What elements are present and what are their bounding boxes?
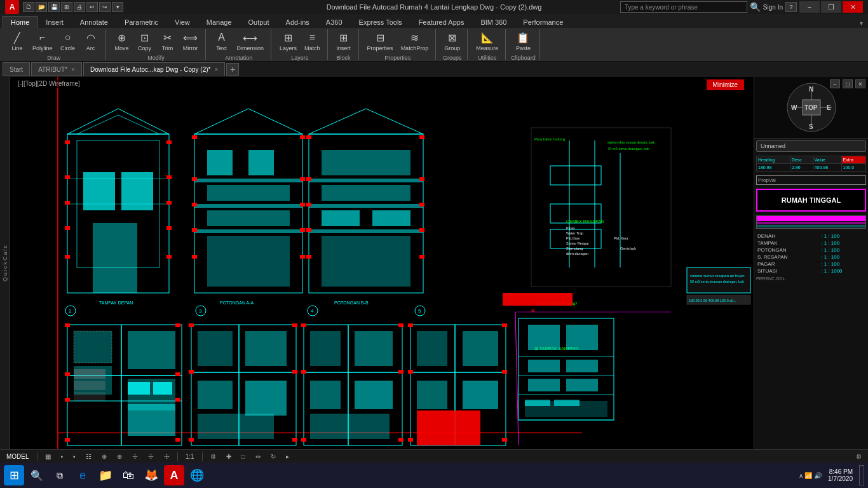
doc-tab-main[interactable]: Download File Autoc...kap Dwg - Copy (2)… xyxy=(83,62,225,76)
tab-featured-apps[interactable]: Featured Apps xyxy=(410,16,473,28)
status-workspace-icon[interactable]: ▸ xyxy=(283,453,292,460)
tab-main-close[interactable]: × xyxy=(214,66,218,73)
trim-btn[interactable]: ✂ Trim xyxy=(157,28,179,53)
tab-manage[interactable]: Manage xyxy=(198,16,240,28)
tab-add-ins[interactable]: Add-ins xyxy=(278,16,318,28)
status-model[interactable]: MODEL xyxy=(4,453,32,460)
arc-btn[interactable]: ◠ Arc xyxy=(80,28,102,53)
tab-insert[interactable]: Insert xyxy=(37,16,72,28)
more-btn[interactable]: ▾ xyxy=(112,2,123,12)
new-btn[interactable]: 🗋 xyxy=(23,2,34,12)
sys-tray-icons: ∧ 📶 🔊 xyxy=(799,472,822,479)
tab-output[interactable]: Output xyxy=(240,16,278,28)
scale-section: DENAH : 1 : 100 TAMPAK : 1 : 100 POTONGA… xyxy=(756,233,866,281)
document-tabs: Start ATRIBUT* × Download File Autoc...k… xyxy=(0,62,868,77)
close-window-btn[interactable]: ✕ xyxy=(843,1,863,13)
canvas-restore-btn[interactable]: − xyxy=(830,79,840,88)
match-props-btn[interactable]: ≋ MatchProp xyxy=(398,28,432,53)
help-icon[interactable]: ? xyxy=(785,2,797,12)
taskbar-autocad-btn[interactable]: A xyxy=(164,465,184,485)
tab-annotate[interactable]: Annotate xyxy=(72,16,116,28)
measure-btn[interactable]: 📐 Measure xyxy=(473,28,501,53)
search-box[interactable]: Type a keyword or phrase xyxy=(620,1,747,13)
status-ducs-icon[interactable]: ☩ xyxy=(130,453,140,460)
status-osnap-icon[interactable]: ⊕ xyxy=(99,453,109,460)
tab-view[interactable]: View xyxy=(166,16,198,28)
tab-performance[interactable]: Performance xyxy=(515,16,571,28)
svg-rect-144 xyxy=(301,438,306,442)
cad-canvas[interactable]: [-][Top][2D Wireframe] Minimize − □ × xyxy=(10,77,868,449)
quickcalc-panel[interactable]: QuickCalc xyxy=(0,77,10,449)
start-btn[interactable]: ⊞ xyxy=(4,465,24,485)
match-label: Match xyxy=(304,45,320,51)
taskbar-chrome-btn[interactable]: 🌐 xyxy=(187,465,207,485)
taskbar-firefox-btn[interactable]: 🦊 xyxy=(141,465,161,485)
restore-window-btn[interactable]: ❐ xyxy=(821,1,841,13)
sign-in-btn[interactable]: Sign In xyxy=(763,4,783,11)
status-ortho-icon[interactable]: ▪ xyxy=(71,453,78,460)
dimension-btn[interactable]: ⟷ Dimension xyxy=(234,28,268,53)
ribbon-more-btn[interactable]: ▾ xyxy=(855,18,868,28)
svg-rect-101 xyxy=(74,381,105,390)
text-label: Text xyxy=(216,45,227,51)
minimize-btn[interactable]: Minimize xyxy=(707,79,744,90)
doc-tab-atribut[interactable]: ATRIBUT* × xyxy=(31,62,82,76)
text-btn[interactable]: A Text xyxy=(211,28,233,53)
status-tp-icon[interactable]: ☩ xyxy=(161,453,172,460)
taskbar-clock[interactable]: 8:46 PM 1/7/2020 xyxy=(828,468,853,482)
dim-label: Dimension xyxy=(237,45,264,51)
canvas-window-controls: − □ × xyxy=(830,79,865,88)
status-otrack-icon[interactable]: ⊕ xyxy=(114,453,125,460)
save-btn[interactable]: 💾 xyxy=(48,2,60,12)
status-settings-icon[interactable]: ⚙ xyxy=(208,453,219,460)
tab-parametric[interactable]: Parametric xyxy=(116,16,166,28)
taskbar-edge-btn[interactable]: e xyxy=(72,465,93,485)
group-btn[interactable]: ⊠ Group xyxy=(441,28,463,53)
status-snap-icon[interactable]: ▪ xyxy=(58,453,66,460)
status-zoom-extents-icon[interactable]: ⇔ xyxy=(253,453,263,460)
doc-tab-start[interactable]: Start xyxy=(3,62,30,76)
taskbar-taskview-btn[interactable]: ⧉ xyxy=(50,465,70,485)
line-btn[interactable]: ╱ Line xyxy=(6,28,28,53)
canvas-close-btn[interactable]: × xyxy=(855,79,865,88)
tab-home[interactable]: Home xyxy=(3,16,37,28)
status-gear-icon[interactable]: ⚙ xyxy=(853,453,864,460)
status-add-icon[interactable]: ✚ xyxy=(224,453,234,460)
undo-btn[interactable]: ↩ xyxy=(86,2,98,12)
circle-btn[interactable]: ○ Circle xyxy=(57,28,79,53)
new-tab-btn[interactable]: + xyxy=(226,63,239,76)
status-polar-icon[interactable]: ☷ xyxy=(83,453,94,460)
taskbar-store-btn[interactable]: 🛍 xyxy=(118,465,139,485)
status-scale[interactable]: 1:1 xyxy=(183,453,197,460)
match-btn[interactable]: ≡ Match xyxy=(301,28,323,53)
move-btn[interactable]: ⊕ Move xyxy=(111,28,133,53)
svg-text:3: 3 xyxy=(199,308,202,314)
properties-btn[interactable]: ⊟ Properties xyxy=(364,28,397,53)
show-desktop-btn[interactable] xyxy=(859,465,864,485)
save-as-btn[interactable]: ⊞ xyxy=(61,2,72,12)
insert-btn[interactable]: ⊞ Insert xyxy=(333,28,355,53)
paste-btn[interactable]: 📋 Paste xyxy=(512,28,534,53)
status-lw-icon[interactable]: ☩ xyxy=(146,453,156,460)
taskbar-explorer-btn[interactable]: 📁 xyxy=(95,465,116,485)
layer-btn[interactable]: ⊞ Layers xyxy=(276,28,300,53)
tab-express-tools[interactable]: Express Tools xyxy=(351,16,410,28)
status-rect-icon[interactable]: □ xyxy=(239,453,248,460)
copy-btn[interactable]: ⊡ Copy xyxy=(134,28,156,53)
print-btn[interactable]: 🖨 xyxy=(74,2,85,12)
tab-bim360[interactable]: BIM 360 xyxy=(472,16,515,28)
svg-rect-179 xyxy=(566,325,598,350)
tab-atribut-close[interactable]: × xyxy=(71,66,75,73)
canvas-maximize-btn[interactable]: □ xyxy=(843,79,853,88)
tab-a360[interactable]: A360 xyxy=(318,16,351,28)
open-btn[interactable]: 📂 xyxy=(36,2,47,12)
redo-btn[interactable]: ↪ xyxy=(99,2,111,12)
polyline-btn[interactable]: ⌐ Polyline xyxy=(29,28,56,53)
svg-rect-63 xyxy=(419,255,424,259)
svg-rect-104 xyxy=(153,382,172,395)
status-view3d-icon[interactable]: ↻ xyxy=(268,453,278,460)
minimize-window-btn[interactable]: − xyxy=(799,1,820,13)
status-grid-icon[interactable]: ▦ xyxy=(43,453,53,460)
mirror-btn[interactable]: ⟺ Mirror xyxy=(180,28,201,53)
taskbar-search-btn[interactable]: 🔍 xyxy=(27,465,47,485)
